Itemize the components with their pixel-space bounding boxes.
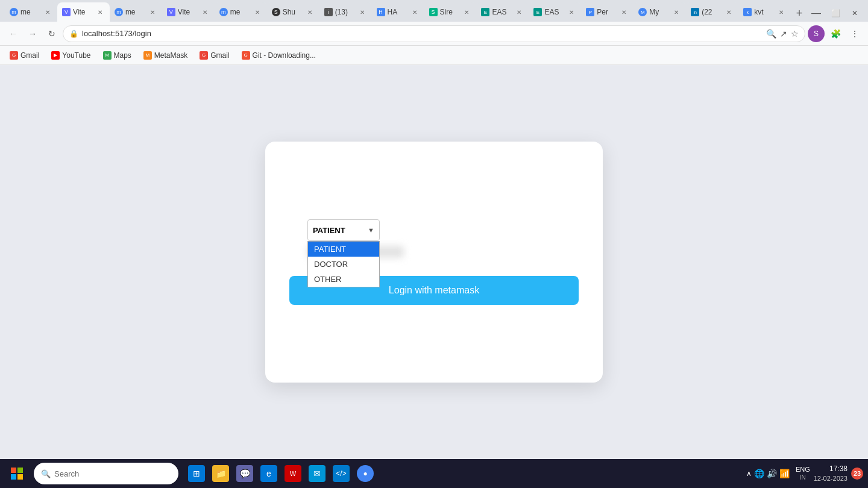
- bookmark-gmail[interactable]: G Gmail: [5, 49, 44, 61]
- svg-rect-2: [11, 474, 16, 480]
- tab-5-title: me: [230, 8, 250, 16]
- restore-button[interactable]: ⬜: [827, 5, 844, 22]
- tab-7-close[interactable]: ✕: [357, 7, 367, 17]
- svg-rect-1: [17, 468, 23, 473]
- tab-12-close[interactable]: ✕: [619, 7, 629, 17]
- tab-3[interactable]: m me ✕: [110, 2, 162, 22]
- tray-wifi-icon[interactable]: 📶: [779, 469, 790, 478]
- tab-11-title: EAS: [544, 8, 564, 16]
- svg-rect-0: [11, 468, 16, 473]
- bookmark-gmail2[interactable]: G Gmail: [195, 49, 234, 61]
- tab-8-close[interactable]: ✕: [410, 7, 420, 17]
- tab-1[interactable]: m me ✕: [5, 2, 57, 22]
- taskbar-app-1[interactable]: ⊞: [186, 463, 207, 484]
- bookmark-gmail-label: Gmail: [20, 51, 39, 60]
- role-select-display[interactable]: PATIENT ▼: [307, 219, 380, 241]
- tab-2-title: Vite: [73, 8, 93, 16]
- tab-11-close[interactable]: ✕: [567, 7, 576, 17]
- taskbar-app-explorer[interactable]: 📁: [210, 463, 231, 484]
- taskbar-app-chat[interactable]: 💬: [234, 463, 256, 484]
- chevron-down-icon: ▼: [368, 227, 374, 234]
- page-content: PATIENT ▼ PATIENT DOCTOR OTHER Login wit…: [0, 65, 868, 459]
- tab-11[interactable]: E EAS ✕: [529, 2, 581, 22]
- tab-3-close[interactable]: ✕: [148, 7, 157, 17]
- role-option-other[interactable]: OTHER: [308, 272, 379, 287]
- taskbar-app-mail[interactable]: ✉: [306, 463, 328, 484]
- taskbar-search-icon: 🔍: [41, 469, 51, 478]
- address-bar[interactable]: 🔒 localhost:5173/login 🔍 ↗ ☆: [63, 25, 805, 42]
- share-icon[interactable]: ↗: [780, 29, 787, 39]
- tab-15-close[interactable]: ✕: [776, 7, 786, 17]
- tab-6-close[interactable]: ✕: [305, 7, 315, 17]
- tab-13[interactable]: M My ✕: [634, 2, 686, 22]
- minimize-button[interactable]: —: [808, 5, 825, 22]
- tab-2-close[interactable]: ✕: [95, 7, 105, 17]
- tab-4-close[interactable]: ✕: [200, 7, 210, 17]
- tab-9[interactable]: S Sire ✕: [424, 2, 477, 22]
- tab-5-close[interactable]: ✕: [253, 7, 262, 17]
- role-selector-container: PATIENT ▼ PATIENT DOCTOR OTHER: [307, 219, 404, 258]
- bookmark-youtube-label: YouTube: [62, 51, 90, 60]
- star-icon[interactable]: ☆: [791, 29, 799, 39]
- tab-5[interactable]: m me ✕: [215, 2, 267, 22]
- back-button[interactable]: ←: [5, 25, 22, 42]
- taskbar-app-edge[interactable]: e: [258, 463, 280, 484]
- notification-count: 23: [854, 470, 861, 477]
- start-button[interactable]: [5, 461, 29, 486]
- tab-4[interactable]: V Vite ✕: [162, 2, 215, 22]
- reload-button[interactable]: ↻: [43, 25, 60, 42]
- tab-14-title: (22: [702, 8, 722, 16]
- bookmark-gmail2-label: Gmail: [210, 51, 229, 60]
- tray-volume-icon[interactable]: 🔊: [767, 469, 777, 478]
- tab-6[interactable]: S Shu ✕: [267, 2, 319, 22]
- tab-9-close[interactable]: ✕: [462, 7, 471, 17]
- tab-10[interactable]: E EAS ✕: [476, 2, 529, 22]
- tray-network-icon[interactable]: 🌐: [754, 469, 764, 478]
- bookmark-git[interactable]: G Git - Downloading...: [237, 49, 321, 61]
- browser-window: m me ✕ V Vite ✕ m me ✕ V Vite ✕ m me ✕: [0, 0, 868, 488]
- tray-expand-icon[interactable]: ∧: [746, 469, 752, 478]
- profile-icon[interactable]: S: [808, 25, 825, 42]
- taskbar-search[interactable]: 🔍 Search: [34, 463, 178, 484]
- tab-7-title: (13): [335, 8, 355, 16]
- toolbar: ← → ↻ 🔒 localhost:5173/login 🔍 ↗ ☆ S 🧩 ⋮: [0, 22, 868, 46]
- svg-rect-3: [17, 474, 23, 480]
- taskbar-apps: ⊞ 📁 💬 e W ✉ </> ●: [186, 463, 376, 484]
- role-dropdown: PATIENT DOCTOR OTHER: [307, 241, 380, 287]
- login-button-label: Login with metamask: [389, 285, 479, 295]
- tab-2[interactable]: V Vite ✕: [57, 2, 110, 22]
- tab-15[interactable]: k kvt ✕: [738, 2, 791, 22]
- tab-8[interactable]: H HA ✕: [372, 2, 424, 22]
- tab-14-close[interactable]: ✕: [724, 7, 734, 17]
- taskbar: 🔍 Search ⊞ 📁 💬 e W ✉ </>: [0, 459, 868, 488]
- tab-12[interactable]: P Per ✕: [581, 2, 634, 22]
- tray-locale: IN: [800, 474, 806, 481]
- bookmark-youtube[interactable]: ▶ YouTube: [46, 49, 95, 61]
- extensions-button[interactable]: 🧩: [827, 25, 844, 42]
- notification-badge[interactable]: 23: [851, 468, 863, 480]
- taskbar-search-label: Search: [54, 469, 79, 478]
- tab-14[interactable]: in (22 ✕: [686, 2, 738, 22]
- tab-10-close[interactable]: ✕: [514, 7, 524, 17]
- taskbar-app-chrome[interactable]: ●: [354, 463, 376, 484]
- bookmark-git-label: Git - Downloading...: [253, 51, 316, 60]
- bookmark-metamask[interactable]: M MetaMask: [139, 49, 192, 61]
- close-button[interactable]: ✕: [846, 5, 863, 22]
- login-card: PATIENT ▼ PATIENT DOCTOR OTHER Login wit…: [265, 142, 603, 383]
- forward-button[interactable]: →: [24, 25, 41, 42]
- select-container: PATIENT ▼ PATIENT DOCTOR OTHER: [307, 219, 404, 241]
- new-tab-button[interactable]: +: [791, 5, 808, 22]
- taskbar-tray: ∧ 🌐 🔊 📶 ENG IN 17:38 12-02-2023 23: [746, 465, 863, 483]
- menu-button[interactable]: ⋮: [846, 25, 863, 42]
- search-icon: 🔍: [766, 29, 776, 39]
- tab-bar: m me ✕ V Vite ✕ m me ✕ V Vite ✕ m me ✕: [0, 0, 868, 22]
- tab-1-close[interactable]: ✕: [43, 7, 52, 17]
- role-option-patient[interactable]: PATIENT: [308, 242, 379, 257]
- bookmark-maps[interactable]: M Maps: [98, 49, 136, 61]
- taskbar-app-wps[interactable]: W: [282, 463, 304, 484]
- role-option-doctor[interactable]: DOCTOR: [308, 257, 379, 272]
- tab-13-close[interactable]: ✕: [671, 7, 681, 17]
- tray-date: 12-02-2023: [814, 474, 848, 483]
- taskbar-app-vscode[interactable]: </>: [330, 463, 352, 484]
- tab-7[interactable]: i (13) ✕: [319, 2, 372, 22]
